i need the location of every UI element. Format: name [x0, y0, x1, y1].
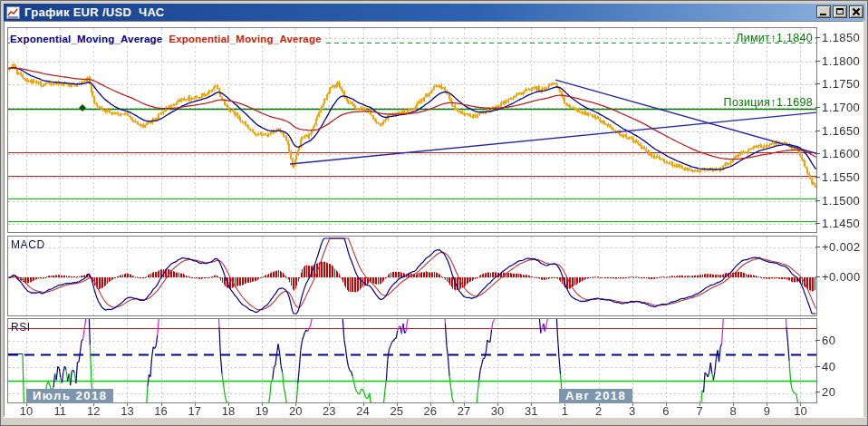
maximize-icon	[836, 8, 844, 15]
date-label: 1	[552, 405, 577, 417]
date-label: 16	[149, 405, 174, 417]
up-arrow-icon: ↑	[770, 95, 776, 109]
price-axis-label: 1.1650	[822, 125, 860, 137]
price-axis-label: 1.1600	[822, 148, 860, 160]
position-label: Позиция↑1.1698	[724, 95, 813, 109]
limit-order-label: Лимит↑1.1840	[736, 31, 813, 44]
date-tick	[262, 403, 263, 406]
month-label-aug: Авг 2018	[559, 389, 632, 403]
date-tick	[666, 403, 667, 406]
date-label: 26	[418, 405, 443, 417]
price-axis-label: 1.1800	[822, 55, 860, 67]
date-tick	[699, 403, 700, 406]
date-tick	[195, 403, 196, 406]
date-label: 10	[14, 405, 39, 417]
window-title: График EUR /USD ЧАС	[24, 5, 164, 19]
ema-label-2: Exponential_Moving_Average	[169, 34, 321, 44]
date-label: 24	[351, 405, 376, 417]
limit-price: 1.1840	[776, 32, 813, 44]
date-tick	[599, 403, 600, 406]
date-tick	[464, 403, 465, 406]
date-tick	[564, 403, 565, 406]
date-label: 27	[451, 405, 477, 417]
date-tick	[26, 403, 27, 406]
date-label: 19	[249, 405, 275, 417]
macd-title: MACD	[11, 238, 45, 251]
title-bar[interactable]: График EUR /USD ЧАС	[4, 4, 865, 21]
rsi-axis-label: 40	[822, 361, 835, 373]
price-chart-canvas[interactable]	[8, 28, 816, 232]
date-label: 25	[384, 405, 410, 417]
date-tick	[397, 403, 398, 406]
date-tick	[228, 403, 229, 406]
date-tick	[800, 403, 801, 406]
date-label: 13	[114, 405, 140, 417]
date-tick	[93, 403, 94, 406]
ema-label-1: Exponential_Moving_Average	[10, 34, 162, 44]
price-axis-label: 1.1750	[822, 78, 860, 90]
rsi-axis-label: 60	[822, 334, 835, 346]
date-label: 3	[620, 405, 645, 417]
date-tick	[531, 403, 532, 406]
date-tick	[767, 403, 767, 406]
date-label: 31	[518, 405, 544, 417]
macd-axis-label: +0.002	[822, 241, 861, 253]
date-tick	[363, 403, 364, 406]
position-price: 1.1698	[776, 96, 813, 109]
date-tick	[430, 403, 431, 406]
date-label: 9	[754, 405, 779, 417]
date-label: 10	[787, 405, 813, 417]
date-tick	[329, 403, 330, 406]
date-label: 12	[81, 405, 106, 417]
price-axis-label: 1.1500	[822, 195, 860, 207]
minimize-button[interactable]	[816, 5, 831, 18]
price-chart-panel[interactable]	[7, 27, 817, 233]
date-label: 30	[485, 405, 510, 417]
date-label: 6	[653, 405, 679, 417]
price-axis-label: 1.1700	[822, 102, 860, 113]
macd-canvas[interactable]	[8, 237, 816, 315]
date-label: 2	[586, 405, 612, 417]
date-tick	[295, 403, 296, 406]
month-label-july: Июль 2018	[26, 389, 113, 403]
date-tick	[632, 403, 633, 406]
date-label: 18	[216, 405, 241, 417]
date-tick	[733, 403, 734, 406]
date-label: 23	[316, 405, 342, 417]
rsi-panel[interactable]	[7, 318, 817, 403]
window-buttons	[815, 5, 863, 18]
rsi-title: RSI	[11, 321, 31, 334]
date-label: 20	[283, 405, 308, 417]
macd-panel[interactable]	[7, 236, 817, 316]
date-tick	[127, 403, 128, 406]
indicator-legend: Exponential_Moving_Average Exponential_M…	[10, 34, 324, 44]
date-tick	[161, 403, 162, 406]
maximize-button[interactable]	[833, 5, 847, 18]
window-resize-strip	[4, 417, 865, 425]
minimize-icon	[820, 14, 826, 15]
date-label: 17	[182, 405, 207, 417]
price-axis-label: 1.1450	[822, 218, 860, 229]
date-label: 11	[47, 405, 72, 417]
macd-axis-label: +0.000	[822, 271, 861, 283]
date-tick	[497, 403, 498, 406]
close-button[interactable]	[849, 5, 863, 18]
date-tick	[60, 403, 61, 406]
price-axis-label: 1.1850	[822, 32, 860, 44]
price-axis-label: 1.1550	[822, 171, 860, 183]
app-window: График EUR /USD ЧАС Exponential_Moving_A…	[0, 0, 868, 426]
chart-icon	[6, 6, 20, 19]
rsi-axis-label: 20	[822, 386, 835, 398]
up-arrow-icon: ↑	[770, 31, 776, 44]
rsi-canvas[interactable]	[8, 319, 816, 402]
date-label: 8	[720, 405, 746, 417]
date-label: 7	[687, 405, 712, 417]
